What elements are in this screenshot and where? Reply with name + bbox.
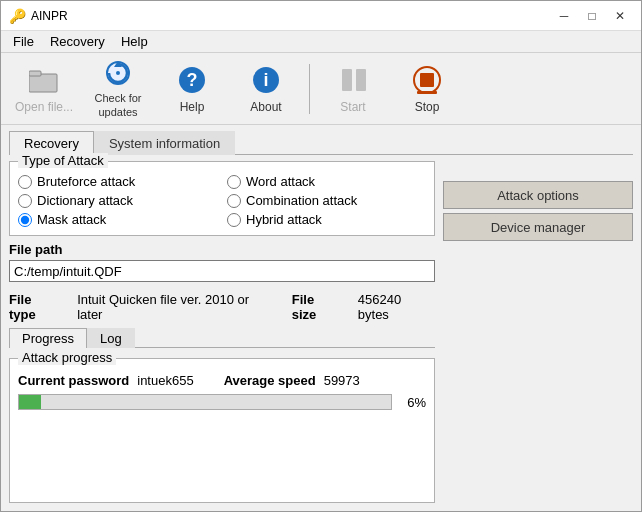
left-panel: Type of Attack Bruteforce attack Word at… xyxy=(9,161,435,503)
tab-system-info[interactable]: System information xyxy=(94,131,235,155)
help-button[interactable]: ? Help xyxy=(157,58,227,120)
average-speed-value: 59973 xyxy=(324,373,360,388)
radio-hybrid-input[interactable] xyxy=(227,213,241,227)
attack-types-title: Type of Attack xyxy=(18,153,108,168)
close-button[interactable]: ✕ xyxy=(607,6,633,26)
main-window: 🔑 AINPR ─ □ ✕ File Recovery Help Open fi… xyxy=(0,0,642,512)
svg-point-4 xyxy=(116,71,120,75)
attack-types-grid: Bruteforce attack Word attack Dictionary… xyxy=(18,174,426,227)
menu-file[interactable]: File xyxy=(5,32,42,51)
progress-bar-container: 6% xyxy=(18,394,426,410)
about-icon: i xyxy=(250,64,282,96)
check-updates-label: Check for updates xyxy=(87,92,149,118)
svg-rect-13 xyxy=(417,91,437,94)
open-file-label: Open file... xyxy=(15,100,73,114)
current-password-item: Current password intuek655 xyxy=(18,373,194,388)
radio-bruteforce-input[interactable] xyxy=(18,175,32,189)
about-button[interactable]: i About xyxy=(231,58,301,120)
file-path-section: File path xyxy=(9,242,435,282)
attack-types-group: Type of Attack Bruteforce attack Word at… xyxy=(9,161,435,236)
progress-box-title: Attack progress xyxy=(18,350,116,365)
current-password-value: intuek655 xyxy=(137,373,193,388)
minimize-button[interactable]: ─ xyxy=(551,6,577,26)
app-icon: 🔑 xyxy=(9,8,25,24)
menu-help[interactable]: Help xyxy=(113,32,156,51)
start-label: Start xyxy=(340,100,365,114)
progress-percent: 6% xyxy=(398,395,426,410)
app-title: AINPR xyxy=(31,9,551,23)
svg-rect-12 xyxy=(420,73,434,87)
main-tabs: Recovery System information xyxy=(9,131,633,155)
toolbar: Open file... Check for updates ? Help xyxy=(1,53,641,125)
average-speed-label: Average speed xyxy=(224,373,316,388)
svg-rect-10 xyxy=(356,69,366,91)
file-size-value: 456240 bytes xyxy=(358,292,435,322)
sub-tabs: Progress Log xyxy=(9,328,435,348)
radio-dictionary-input[interactable] xyxy=(18,194,32,208)
right-panel: Attack options Device manager xyxy=(443,161,633,503)
progress-box: Attack progress Current password intuek6… xyxy=(9,358,435,503)
svg-rect-9 xyxy=(342,69,352,91)
content-area: Recovery System information Type of Atta… xyxy=(1,125,641,511)
radio-hybrid-label: Hybrid attack xyxy=(246,212,322,227)
attack-options-button[interactable]: Attack options xyxy=(443,181,633,209)
stop-button[interactable]: Stop xyxy=(392,58,462,120)
stop-label: Stop xyxy=(415,100,440,114)
progress-bar-fill xyxy=(19,395,41,409)
file-path-input[interactable] xyxy=(9,260,435,282)
progress-info-row: Current password intuek655 Average speed… xyxy=(18,373,426,388)
title-bar: 🔑 AINPR ─ □ ✕ xyxy=(1,1,641,31)
check-updates-button[interactable]: Check for updates xyxy=(83,58,153,120)
radio-hybrid[interactable]: Hybrid attack xyxy=(227,212,426,227)
toolbar-separator xyxy=(309,64,310,114)
sub-tab-log[interactable]: Log xyxy=(87,328,135,348)
svg-rect-0 xyxy=(29,74,57,92)
start-button[interactable]: Start xyxy=(318,58,388,120)
radio-word-input[interactable] xyxy=(227,175,241,189)
svg-rect-1 xyxy=(29,71,41,76)
device-manager-button[interactable]: Device manager xyxy=(443,213,633,241)
about-label: About xyxy=(250,100,281,114)
average-speed-item: Average speed 59973 xyxy=(224,373,360,388)
title-bar-controls: ─ □ ✕ xyxy=(551,6,633,26)
file-info-row: File type Intuit Quicken file ver. 2010 … xyxy=(9,292,435,322)
tab-recovery[interactable]: Recovery xyxy=(9,131,94,155)
file-path-label: File path xyxy=(9,242,435,257)
start-icon xyxy=(337,64,369,96)
radio-mask-label: Mask attack xyxy=(37,212,106,227)
radio-bruteforce[interactable]: Bruteforce attack xyxy=(18,174,217,189)
radio-mask[interactable]: Mask attack xyxy=(18,212,217,227)
folder-icon xyxy=(28,64,60,96)
radio-bruteforce-label: Bruteforce attack xyxy=(37,174,135,189)
open-file-button[interactable]: Open file... xyxy=(9,58,79,120)
radio-combination-input[interactable] xyxy=(227,194,241,208)
menu-bar: File Recovery Help xyxy=(1,31,641,53)
file-type-value: Intuit Quicken file ver. 2010 or later xyxy=(77,292,276,322)
main-layout: Type of Attack Bruteforce attack Word at… xyxy=(9,161,633,503)
progress-bar-track xyxy=(18,394,392,410)
svg-text:?: ? xyxy=(187,70,198,90)
menu-recovery[interactable]: Recovery xyxy=(42,32,113,51)
stop-icon xyxy=(411,64,443,96)
svg-text:i: i xyxy=(263,70,268,90)
sub-tab-progress[interactable]: Progress xyxy=(9,328,87,348)
help-label: Help xyxy=(180,100,205,114)
radio-word-label: Word attack xyxy=(246,174,315,189)
file-type-label: File type xyxy=(9,292,61,322)
help-icon: ? xyxy=(176,64,208,96)
radio-mask-input[interactable] xyxy=(18,213,32,227)
radio-combination-label: Combination attack xyxy=(246,193,357,208)
radio-word[interactable]: Word attack xyxy=(227,174,426,189)
radio-combination[interactable]: Combination attack xyxy=(227,193,426,208)
current-password-label: Current password xyxy=(18,373,129,388)
refresh-icon xyxy=(102,58,134,88)
file-size-label: File size xyxy=(292,292,342,322)
maximize-button[interactable]: □ xyxy=(579,6,605,26)
radio-dictionary-label: Dictionary attack xyxy=(37,193,133,208)
radio-dictionary[interactable]: Dictionary attack xyxy=(18,193,217,208)
